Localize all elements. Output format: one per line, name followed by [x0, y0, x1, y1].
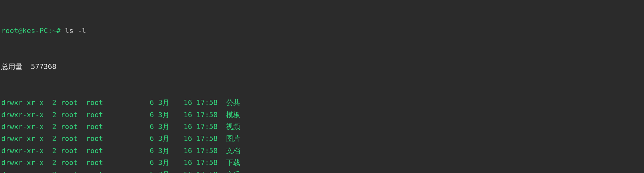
perm: drwxr-xr-x [1, 157, 44, 169]
time: 17:58 [196, 157, 222, 169]
user: root [61, 109, 82, 121]
month: 3月 [158, 133, 171, 144]
name: 下载 [226, 157, 240, 169]
list-item: drwxr-xr-x2rootroot63月1617:58模板 [1, 109, 643, 121]
day: 16 [179, 145, 192, 157]
name: 文档 [226, 145, 240, 157]
list-item: drwxr-xr-x2rootroot63月1617:58音乐 [1, 169, 643, 173]
group: root [86, 121, 107, 133]
group: root [86, 145, 107, 157]
list-item: drwxr-xr-x2rootroot63月1617:58图片 [1, 133, 643, 144]
month: 3月 [158, 157, 171, 169]
group: root [86, 169, 107, 173]
day: 16 [179, 169, 192, 173]
name: 图片 [226, 133, 240, 144]
links: 2 [48, 97, 56, 108]
month: 3月 [158, 169, 171, 173]
day: 16 [179, 97, 192, 108]
time: 17:58 [196, 169, 222, 173]
name: 音乐 [226, 169, 240, 173]
day: 16 [179, 133, 192, 144]
day: 16 [179, 109, 192, 121]
list-item: drwxr-xr-x2rootroot63月1617:58文档 [1, 145, 643, 157]
prompt-cwd: ~ [52, 27, 56, 35]
month: 3月 [158, 145, 171, 157]
time: 17:58 [196, 133, 222, 144]
size: 6 [111, 97, 154, 108]
prompt-symbol: # [56, 27, 61, 35]
size: 6 [111, 121, 154, 133]
size: 6 [111, 109, 154, 121]
name: 公共 [226, 97, 240, 108]
total-value: 577368 [31, 63, 56, 71]
size: 6 [111, 145, 154, 157]
time: 17:58 [196, 97, 222, 108]
user: root [61, 121, 82, 133]
time: 17:58 [196, 109, 222, 121]
links: 2 [48, 109, 56, 121]
prompt-line: root@kes-PC:~#ls -l [1, 25, 643, 37]
perm: drwxr-xr-x [1, 169, 44, 173]
prompt-separator: : [48, 27, 52, 35]
total-line: 总用量577368 [1, 61, 643, 73]
size: 6 [111, 133, 154, 144]
perm: drwxr-xr-x [1, 97, 44, 108]
day: 16 [179, 121, 192, 133]
user: root [61, 133, 82, 144]
month: 3月 [158, 121, 171, 133]
user: root [61, 157, 82, 169]
size: 6 [111, 169, 154, 173]
group: root [86, 157, 107, 169]
listing-rows: drwxr-xr-x2rootroot63月1617:58公共drwxr-xr-… [1, 97, 643, 173]
name: 模板 [226, 109, 240, 121]
links: 2 [48, 121, 56, 133]
total-label: 总用量 [1, 63, 22, 71]
perm: drwxr-xr-x [1, 145, 44, 157]
prompt-user-host: root@kes-PC [1, 27, 48, 35]
month: 3月 [158, 109, 171, 121]
list-item: drwxr-xr-x2rootroot63月1617:58视频 [1, 121, 643, 133]
group: root [86, 109, 107, 121]
links: 2 [48, 133, 56, 144]
size: 6 [111, 157, 154, 169]
perm: drwxr-xr-x [1, 133, 44, 144]
name: 视频 [226, 121, 240, 133]
perm: drwxr-xr-x [1, 109, 44, 121]
links: 2 [48, 157, 56, 169]
user: root [61, 97, 82, 108]
list-item: drwxr-xr-x2rootroot63月1617:58公共 [1, 97, 643, 108]
perm: drwxr-xr-x [1, 121, 44, 133]
terminal-output[interactable]: root@kes-PC:~#ls -l 总用量577368 drwxr-xr-x… [0, 0, 644, 173]
links: 2 [48, 169, 56, 173]
month: 3月 [158, 97, 171, 108]
group: root [86, 133, 107, 144]
user: root [61, 169, 82, 173]
day: 16 [179, 157, 192, 169]
time: 17:58 [196, 121, 222, 133]
time: 17:58 [196, 145, 222, 157]
group: root [86, 97, 107, 108]
links: 2 [48, 145, 56, 157]
command-text: ls -l [65, 27, 86, 35]
user: root [61, 145, 82, 157]
list-item: drwxr-xr-x2rootroot63月1617:58下载 [1, 157, 643, 169]
